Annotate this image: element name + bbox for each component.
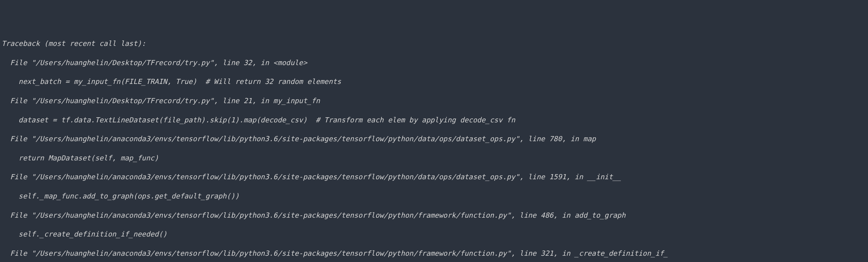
frame-code: self._create_definition_if_needed() xyxy=(2,229,866,239)
frame-code: next_batch = my_input_fn(FILE_TRAIN, Tru… xyxy=(2,77,866,86)
frame-file: File "/Users/huanghelin/anaconda3/envs/t… xyxy=(2,249,866,258)
frame-file: File "/Users/huanghelin/anaconda3/envs/t… xyxy=(2,134,866,144)
frame-file: File "/Users/huanghelin/Desktop/TFrecord… xyxy=(2,96,866,106)
frame-file: File "/Users/huanghelin/anaconda3/envs/t… xyxy=(2,211,866,220)
traceback-header: Traceback (most recent call last): xyxy=(2,39,866,48)
frame-code: self._map_func.add_to_graph(ops.get_defa… xyxy=(2,191,866,201)
frame-code: return MapDataset(self, map_func) xyxy=(2,153,866,163)
frame-file: File "/Users/huanghelin/anaconda3/envs/t… xyxy=(2,172,866,182)
frame-file: File "/Users/huanghelin/Desktop/TFrecord… xyxy=(2,58,866,67)
frame-code: dataset = tf.data.TextLineDataset(file_p… xyxy=(2,115,866,125)
